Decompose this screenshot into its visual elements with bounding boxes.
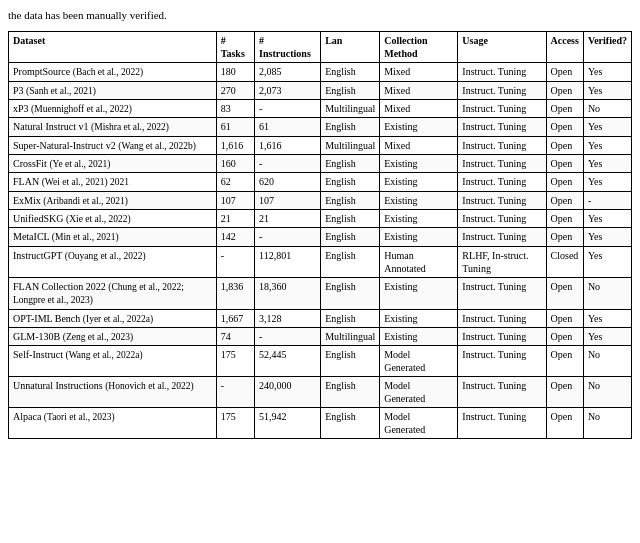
dataset-cite: (Iyer et al., 2022a) xyxy=(83,314,153,324)
col-dataset: Dataset xyxy=(9,32,217,63)
cell-access: Open xyxy=(546,81,583,99)
cell-verified: No xyxy=(583,346,631,377)
cell-instructions: - xyxy=(255,155,321,173)
cell-tasks: 1,836 xyxy=(216,277,254,309)
cell-usage: Instruct. Tuning xyxy=(458,327,546,345)
cell-dataset: CrossFit (Ye et al., 2021) xyxy=(9,155,217,173)
cell-collection: Existing xyxy=(380,309,458,327)
dataset-name: OPT-IML Bench xyxy=(13,313,80,324)
dataset-name: ExMix xyxy=(13,195,41,206)
cell-dataset: FLAN Collection 2022 (Chung et al., 2022… xyxy=(9,277,217,309)
cell-instructions: 2,085 xyxy=(255,63,321,81)
cell-access: Open xyxy=(546,346,583,377)
table-row: UnifiedSKG (Xie et al., 2022)2121English… xyxy=(9,210,632,228)
cell-collection: Existing xyxy=(380,118,458,136)
cell-lan: English xyxy=(321,377,380,408)
cell-access: Open xyxy=(546,408,583,439)
dataset-name: P3 xyxy=(13,85,24,96)
cell-instructions: 107 xyxy=(255,191,321,209)
col-usage: Usage xyxy=(458,32,546,63)
dataset-cite: (Ye et al., 2021) xyxy=(49,159,110,169)
table-row: Super-Natural-Instruct v2 (Wang et al., … xyxy=(9,136,632,154)
cell-dataset: Self-Instruct (Wang et al., 2022a) xyxy=(9,346,217,377)
cell-instructions: - xyxy=(255,100,321,118)
dataset-name: Unnatural Instructions xyxy=(13,380,103,391)
dataset-name: Natural Instruct v1 xyxy=(13,121,89,132)
cell-dataset: P3 (Sanh et al., 2021) xyxy=(9,81,217,99)
cell-verified: Yes xyxy=(583,63,631,81)
cell-collection: Existing xyxy=(380,191,458,209)
cell-access: Open xyxy=(546,136,583,154)
cell-tasks: 175 xyxy=(216,346,254,377)
cell-dataset: Super-Natural-Instruct v2 (Wang et al., … xyxy=(9,136,217,154)
cell-lan: English xyxy=(321,277,380,309)
cell-collection: Model Generated xyxy=(380,377,458,408)
dataset-cite: (Wang et al., 2022b) xyxy=(118,141,196,151)
cell-usage: Instruct. Tuning xyxy=(458,118,546,136)
dataset-name: MetaICL xyxy=(13,231,49,242)
cell-verified: - xyxy=(583,191,631,209)
col-access: Access xyxy=(546,32,583,63)
cell-dataset: Natural Instruct v1 (Mishra et al., 2022… xyxy=(9,118,217,136)
table-row: Self-Instruct (Wang et al., 2022a)17552,… xyxy=(9,346,632,377)
cell-verified: Yes xyxy=(583,210,631,228)
table-row: FLAN Collection 2022 (Chung et al., 2022… xyxy=(9,277,632,309)
dataset-name: FLAN xyxy=(13,176,39,187)
dataset-name: Super-Natural-Instruct v2 xyxy=(13,140,116,151)
cell-access: Closed xyxy=(546,246,583,277)
cell-dataset: PromptSource (Bach et al., 2022) xyxy=(9,63,217,81)
table-row: InstructGPT (Ouyang et al., 2022)-112,80… xyxy=(9,246,632,277)
cell-tasks: 160 xyxy=(216,155,254,173)
cell-usage: Instruct. Tuning xyxy=(458,191,546,209)
cell-dataset: xP3 (Muennighoff et al., 2022) xyxy=(9,100,217,118)
cell-access: Open xyxy=(546,155,583,173)
cell-verified: Yes xyxy=(583,81,631,99)
table-row: Alpaca (Taori et al., 2023)17551,942Engl… xyxy=(9,408,632,439)
cell-lan: English xyxy=(321,191,380,209)
cell-usage: RLHF, In-struct. Tuning xyxy=(458,246,546,277)
cell-instructions: - xyxy=(255,228,321,246)
table-row: OPT-IML Bench (Iyer et al., 2022a)1,6673… xyxy=(9,309,632,327)
cell-lan: English xyxy=(321,346,380,377)
table-row: P3 (Sanh et al., 2021)2702,073EnglishMix… xyxy=(9,81,632,99)
cell-collection: Model Generated xyxy=(380,408,458,439)
dataset-name: Self-Instruct xyxy=(13,349,63,360)
cell-instructions: 51,942 xyxy=(255,408,321,439)
cell-usage: Instruct. Tuning xyxy=(458,408,546,439)
table-row: MetaICL (Min et al., 2021)142-EnglishExi… xyxy=(9,228,632,246)
cell-instructions: 2,073 xyxy=(255,81,321,99)
table-row: ExMix (Aribandi et al., 2021)107107Engli… xyxy=(9,191,632,209)
cell-usage: Instruct. Tuning xyxy=(458,173,546,191)
cell-access: Open xyxy=(546,191,583,209)
cell-access: Open xyxy=(546,309,583,327)
cell-collection: Existing xyxy=(380,327,458,345)
cell-tasks: 21 xyxy=(216,210,254,228)
cell-tasks: - xyxy=(216,377,254,408)
dataset-cite: (Muennighoff et al., 2022) xyxy=(31,104,132,114)
cell-lan: Multilingual xyxy=(321,136,380,154)
cell-usage: Instruct. Tuning xyxy=(458,346,546,377)
cell-instructions: 18,360 xyxy=(255,277,321,309)
cell-dataset: MetaICL (Min et al., 2021) xyxy=(9,228,217,246)
cell-tasks: 142 xyxy=(216,228,254,246)
cell-usage: Instruct. Tuning xyxy=(458,100,546,118)
cell-instructions: 3,128 xyxy=(255,309,321,327)
table-row: PromptSource (Bach et al., 2022)1802,085… xyxy=(9,63,632,81)
cell-verified: Yes xyxy=(583,118,631,136)
col-instructions: # Instructions xyxy=(255,32,321,63)
table-row: FLAN (Wei et al., 2021) 202162620English… xyxy=(9,173,632,191)
col-tasks: # Tasks xyxy=(216,32,254,63)
cell-verified: Yes xyxy=(583,327,631,345)
dataset-name: Alpaca xyxy=(13,411,41,422)
cell-dataset: Alpaca (Taori et al., 2023) xyxy=(9,408,217,439)
table-row: xP3 (Muennighoff et al., 2022)83-Multili… xyxy=(9,100,632,118)
cell-collection: Mixed xyxy=(380,63,458,81)
cell-access: Open xyxy=(546,100,583,118)
cell-collection: Human Annotated xyxy=(380,246,458,277)
cell-dataset: FLAN (Wei et al., 2021) 2021 xyxy=(9,173,217,191)
dataset-cite: (Aribandi et al., 2021) xyxy=(43,196,128,206)
cell-verified: Yes xyxy=(583,136,631,154)
cell-access: Open xyxy=(546,63,583,81)
cell-tasks: - xyxy=(216,246,254,277)
cell-lan: Multilingual xyxy=(321,327,380,345)
